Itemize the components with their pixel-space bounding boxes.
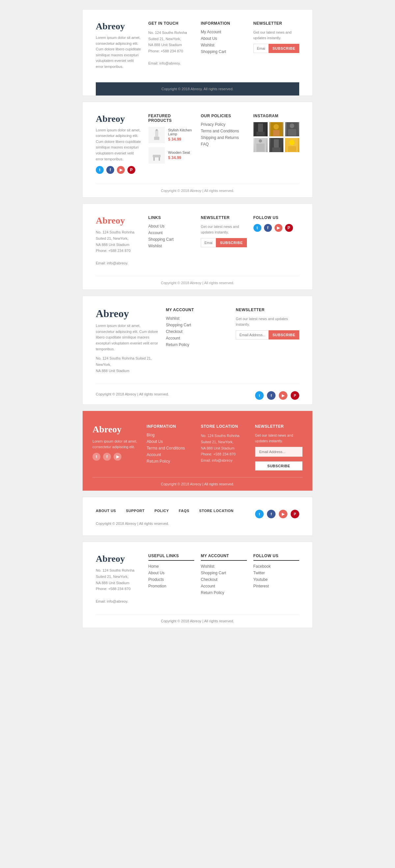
footer4-link-checkout[interactable]: Checkout	[166, 329, 229, 334]
footer1-subscribe-button[interactable]: SUBSCRIBE	[269, 44, 299, 53]
footer7-link-aboutus[interactable]: About Us	[149, 571, 195, 575]
footer3-logo: Abreoy	[96, 215, 142, 226]
footer6-nav-support[interactable]: SUPPORT	[126, 509, 144, 513]
footer7-link-returnpolicy[interactable]: Return Policy	[201, 590, 247, 595]
footer6-pinterest-icon[interactable]: P	[291, 510, 299, 518]
footer2-product2-name: Wooden Seat	[168, 151, 195, 154]
footer3-link-account[interactable]: Account	[149, 230, 195, 235]
footer5-copyright: Copyright © 2018 Abreoy | All rights res…	[93, 477, 302, 491]
footer7-link-promotion[interactable]: Promotion	[149, 584, 195, 588]
footer3-youtube-icon[interactable]: ▶	[274, 224, 283, 232]
footer5-twitter-icon[interactable]: t	[93, 453, 100, 461]
footer4-email-input[interactable]	[236, 330, 268, 340]
footer6-social-icons: t f ▶ P	[255, 510, 299, 518]
footer5-subscribe-button[interactable]: SUBSCRIBE	[255, 461, 303, 470]
footer2-pinterest-icon[interactable]: P	[127, 166, 135, 174]
footer3-twitter-icon[interactable]: t	[254, 224, 261, 232]
footer2-social-icons: t f ▶ P	[96, 166, 142, 174]
footer4-youtube-icon[interactable]: ▶	[279, 391, 287, 400]
footer3-facebook-icon[interactable]: f	[264, 224, 272, 232]
footer3-subscribe-button[interactable]: SUBSCRIBE	[216, 238, 246, 247]
footer6-wrapper: ABOUT US SUPPORT POLICY FAQS STORE LOCAT…	[83, 497, 312, 535]
footer4-link-shoppingcart[interactable]: Shopping Cart	[166, 323, 229, 327]
footer3-copyright: Copyright © 2018 Abreoy | All rights res…	[96, 276, 299, 289]
footer2-insta1[interactable]	[254, 122, 268, 136]
footer2-link-faq[interactable]: FAQ	[201, 142, 247, 147]
footer5-email-input[interactable]	[255, 447, 303, 457]
footer6-copyright: Copyright © 2018 Abreoy | All rights res…	[96, 522, 299, 526]
footer4-facebook-icon[interactable]: f	[267, 391, 275, 400]
footer4-subscribe-button[interactable]: SUBSCRIBE	[269, 330, 299, 340]
footer2-logo: Abreoy	[96, 114, 142, 124]
footer2-link-terms[interactable]: Terms and Conditions	[201, 129, 247, 133]
footer6-nav: ABOUT US SUPPORT POLICY FAQS STORE LOCAT…	[96, 509, 233, 513]
footer5-link-terms[interactable]: Terms and Conditions	[147, 446, 195, 451]
footer6-nav-faqs[interactable]: FAQS	[179, 509, 189, 513]
footer4-link-wishlist[interactable]: Wishlist	[166, 316, 229, 321]
footer1-link-wishlist[interactable]: Wishlist	[201, 43, 247, 48]
footer5-link-aboutus[interactable]: About Us	[147, 439, 195, 444]
footer2-insta5[interactable]	[269, 138, 284, 152]
footer2-product2: Wooden Seat $ 34.99	[149, 147, 195, 164]
footer2-youtube-icon[interactable]: ▶	[117, 166, 125, 174]
footer6-youtube-icon[interactable]: ▶	[279, 510, 287, 518]
footer3-col2-title: NEWSLETTER	[201, 215, 247, 220]
svg-rect-1	[154, 137, 159, 140]
footer4-link-account[interactable]: Account	[166, 336, 229, 340]
footer7-link-pinterest[interactable]: Pinterest	[254, 584, 300, 588]
footer2-twitter-icon[interactable]: t	[96, 166, 104, 174]
footer2-col2-title: OUR POLICIES	[201, 114, 247, 118]
footer1-email-input[interactable]	[254, 44, 269, 53]
footer3-link-shoppingcart[interactable]: Shopping Cart	[149, 237, 195, 242]
svg-rect-5	[159, 157, 160, 161]
footer2-insta4[interactable]	[254, 138, 268, 152]
footer6-nav-aboutus[interactable]: ABOUT US	[96, 509, 116, 513]
footer1-newsletter-text: Get our latest news and updates instantl…	[254, 30, 300, 40]
footer4-newsletter-text: Get our latest news and updates instantl…	[236, 316, 299, 327]
svg-point-16	[259, 139, 262, 143]
footer5-facebook-icon[interactable]: f	[103, 453, 111, 461]
footer2-insta3[interactable]	[285, 122, 299, 136]
footer3-link-wishlist[interactable]: Wishlist	[149, 244, 195, 248]
footer3-pinterest-icon[interactable]: P	[285, 224, 293, 232]
footer7-link-checkout[interactable]: Checkout	[201, 577, 247, 582]
footer7-link-twitter[interactable]: Twitter	[254, 571, 300, 575]
footer7-link-account[interactable]: Account	[201, 584, 247, 588]
footer3-link-aboutus[interactable]: About Us	[149, 224, 195, 228]
footer5-col3-title: NEWSLETTER	[255, 424, 303, 429]
svg-rect-23	[288, 146, 296, 152]
footer2-product1-info: Stylish Kitchen Lamp $ 34.99	[168, 128, 195, 142]
footer2-product1-price: $ 34.99	[168, 137, 195, 142]
footer7-link-youtube[interactable]: Youtube	[254, 577, 300, 582]
footer1-link-myaccount[interactable]: My Account	[201, 30, 247, 34]
svg-rect-8	[256, 132, 265, 136]
footer5-col1-title: INFORMATION	[147, 424, 195, 429]
footer6-twitter-icon[interactable]: t	[255, 510, 264, 518]
footer5-youtube-icon[interactable]: ▶	[113, 453, 122, 461]
footer4-twitter-icon[interactable]: t	[255, 391, 264, 400]
footer1-link-aboutus[interactable]: About Us	[201, 36, 247, 41]
svg-rect-3	[153, 155, 161, 157]
footer7-link-wishlist[interactable]: Wishlist	[201, 564, 247, 569]
footer6-nav-storelocation[interactable]: STORE LOCATION	[199, 509, 233, 513]
footer6-facebook-icon[interactable]: f	[267, 510, 275, 518]
footer1-link-shoppingcart[interactable]: Shopping Cart	[201, 50, 247, 54]
footer5-link-blog[interactable]: Blog	[147, 433, 195, 437]
footer7-copyright: Copyright © 2018 Abreoy | All rights res…	[96, 615, 299, 628]
footer4-link-returnpolicy[interactable]: Return Policy	[166, 342, 229, 347]
footer2-facebook-icon[interactable]: f	[106, 166, 114, 174]
footer2-link-shipping[interactable]: Shipping and Returns	[201, 135, 247, 140]
footer4-pinterest-icon[interactable]: P	[291, 391, 299, 400]
footer6-nav-policy[interactable]: POLICY	[154, 509, 169, 513]
footer7-link-facebook[interactable]: Facebook	[254, 564, 300, 569]
footer7-link-home[interactable]: Home	[149, 564, 195, 569]
footer5-link-returnpolicy[interactable]: Return Policy	[147, 459, 195, 464]
footer5-link-account[interactable]: Account	[147, 453, 195, 457]
footer7-link-shoppingcart[interactable]: Shopping Cart	[201, 571, 247, 575]
footer3-email-input[interactable]	[201, 238, 216, 247]
footer2-insta2[interactable]	[269, 122, 284, 136]
footer7-col3-title: FOLLOW US	[254, 554, 300, 561]
footer2-link-privacy[interactable]: Privacy Policy	[201, 122, 247, 127]
footer2-insta6[interactable]	[285, 138, 299, 152]
footer7-link-products[interactable]: Products	[149, 577, 195, 582]
